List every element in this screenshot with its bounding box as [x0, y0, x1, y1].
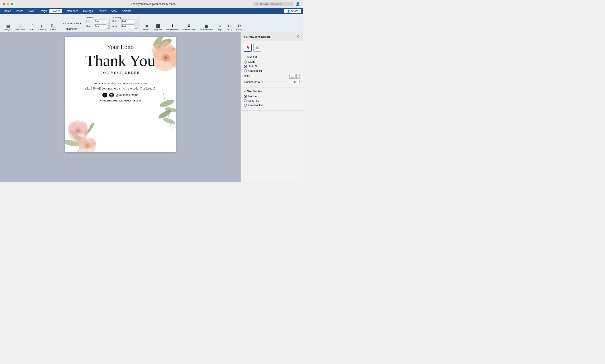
right-indent-label: Right:	[86, 25, 93, 27]
social-handle: @yoursocialname	[116, 93, 138, 97]
left-indent-down[interactable]: ▼	[107, 21, 110, 23]
no-line-radio[interactable]	[244, 95, 247, 98]
group-button[interactable]: ⊟ Group	[225, 23, 234, 31]
solid-line-radio[interactable]	[244, 99, 247, 102]
spacing-before-row: Before: ▲ ▼	[112, 19, 137, 24]
menu-layout[interactable]: Layout	[49, 9, 62, 13]
search-bar[interactable]: 🔍 Search in Document	[253, 2, 293, 6]
transparency-value[interactable]: 0%	[291, 80, 299, 84]
text-outline-label: Text Outline	[247, 90, 262, 93]
account-icon[interactable]: 👤	[296, 2, 300, 6]
document-card: Your Logo Thank You FOR YOUR ORDER You m…	[65, 37, 176, 152]
panel-header: Format Text Effects ✕	[241, 32, 303, 41]
svg-point-27	[86, 144, 89, 147]
text-fill-tab-icon: A	[246, 45, 249, 50]
transparency-thumb	[262, 81, 265, 83]
menu-bar: Home Insert Draw Design Layout Reference…	[0, 8, 303, 14]
panel-close-button[interactable]: ✕	[296, 35, 299, 39]
orientation-button[interactable]: ⬜ Orientation	[14, 23, 26, 31]
breaks-button[interactable]: ⎘ Breaks	[48, 23, 57, 31]
gradient-fill-option[interactable]: Gradient fill	[244, 69, 299, 72]
solid-line-label: Solid line	[248, 99, 259, 102]
gradient-line-label: Gradient line	[248, 104, 263, 107]
right-indent-down[interactable]: ▼	[107, 26, 110, 28]
before-label: Before:	[112, 20, 121, 22]
wrap-text-button[interactable]: ⬛ Wrap Text	[152, 23, 164, 31]
position-button[interactable]: ⊞ Position	[142, 23, 151, 31]
color-swatch[interactable]: A	[289, 74, 296, 79]
solid-fill-radio[interactable]	[244, 65, 247, 68]
text-outline-section: ▼ Text Outline No line Solid line Gradie…	[241, 88, 303, 111]
columns-button[interactable]: ⫿ Columns	[37, 23, 47, 31]
rotate-button[interactable]: ↻ Rotate	[235, 23, 244, 31]
text-fill-header[interactable]: ▼ Text Fill	[244, 56, 299, 59]
right-indent-input[interactable]	[94, 24, 106, 28]
solid-fill-label: Solid fill	[248, 65, 257, 68]
gradient-line-radio[interactable]	[244, 104, 247, 107]
discount-text: take 15% off your next order with the co…	[78, 87, 162, 91]
text-shadow-tab[interactable]: A	[253, 44, 261, 52]
before-spacing-up[interactable]: ▲	[134, 19, 137, 21]
no-fill-radio[interactable]	[244, 61, 247, 64]
after-spacing-up[interactable]: ▲	[134, 24, 137, 26]
gradient-fill-label: Gradient fill	[248, 69, 262, 72]
bring-forward-button[interactable]: ⬆ Bring Forward	[165, 23, 180, 31]
text-fill-tab[interactable]: A	[244, 44, 252, 52]
menu-acrobat[interactable]: Acrobat	[120, 9, 133, 13]
no-fill-option[interactable]: No fill	[244, 61, 299, 64]
instagram-icon: 📷	[109, 93, 114, 97]
menu-design[interactable]: Design	[36, 9, 49, 13]
left-indent-label: Left:	[86, 20, 93, 22]
color-picker[interactable]: A ▾	[289, 74, 299, 79]
left-indent-up[interactable]: ▲	[107, 19, 110, 21]
align-icon: ≡	[219, 24, 221, 28]
share-button[interactable]: 👤 Share	[284, 9, 301, 13]
divider-line	[92, 78, 149, 78]
close-button[interactable]	[3, 3, 5, 5]
solid-line-option[interactable]: Solid line	[244, 99, 299, 102]
spacing-section: Spacing Before: ▲ ▼ After: ▲ ▼	[112, 16, 137, 29]
menu-references[interactable]: References	[62, 9, 80, 13]
left-indent-input[interactable]	[94, 19, 106, 23]
before-spacing-input[interactable]	[121, 19, 134, 23]
menu-view[interactable]: View	[109, 9, 119, 13]
gradient-fill-radio[interactable]	[244, 69, 247, 72]
share-icon: 👤	[287, 10, 290, 13]
left-indent-arrows: ▲ ▼	[107, 19, 110, 24]
ribbon-group-page-setup: ▤ Margins ⬜ Orientation 📄 Size ⫿ Columns…	[1, 15, 59, 31]
gradient-line-option[interactable]: Gradient line	[244, 104, 299, 107]
line-numbers-button[interactable]: ≡ Line Numbers ▾	[61, 21, 82, 26]
no-fill-label: No fill	[248, 61, 255, 64]
margins-button[interactable]: ▤ Margins	[3, 23, 13, 31]
right-indent-up[interactable]: ▲	[107, 24, 110, 26]
maximize-button[interactable]	[11, 3, 13, 5]
transparency-slider[interactable]	[262, 81, 289, 82]
text-fill-arrow: ▼	[244, 56, 246, 58]
text-outline-header[interactable]: ▼ Text Outline	[244, 90, 299, 93]
right-indent-arrows: ▲ ▼	[107, 24, 110, 29]
selection-pane-icon: ▦	[204, 24, 208, 28]
title-bar: 📄 Thankyou5inX7in [Compatibility Mode] 🔍…	[0, 0, 303, 8]
menu-draw[interactable]: Draw	[25, 9, 36, 13]
facebook-icon: f	[102, 93, 107, 97]
selection-pane-button[interactable]: ▦ Selection Pane	[198, 23, 214, 31]
menu-home[interactable]: Home	[2, 9, 13, 13]
menu-mailings[interactable]: Mailings	[81, 9, 95, 13]
after-spacing-input[interactable]	[121, 24, 134, 28]
solid-fill-option[interactable]: Solid fill	[244, 65, 299, 68]
after-spacing-down[interactable]: ▼	[134, 26, 137, 28]
align-button[interactable]: ≡ Align	[215, 23, 224, 31]
size-button[interactable]: 📄 Size	[27, 23, 36, 31]
no-line-option[interactable]: No line	[244, 95, 299, 98]
menu-review[interactable]: Review	[95, 9, 109, 13]
hyphenation-button[interactable]: - Hyphenation ▾	[61, 26, 80, 31]
menu-insert[interactable]: Insert	[14, 9, 25, 13]
main-area: Your Logo Thank You FOR YOUR ORDER You m…	[0, 32, 303, 182]
send-backward-button[interactable]: ⬇ Send Backward	[181, 23, 197, 31]
color-dropdown-arrow[interactable]: ▾	[296, 74, 299, 79]
minimize-button[interactable]	[7, 3, 9, 5]
indent-right-row: Right: ▲ ▼	[86, 24, 110, 29]
document-area[interactable]: Your Logo Thank You FOR YOUR ORDER You m…	[0, 32, 241, 182]
logo-text: Your Logo	[78, 43, 162, 51]
before-spacing-down[interactable]: ▼	[134, 21, 137, 23]
